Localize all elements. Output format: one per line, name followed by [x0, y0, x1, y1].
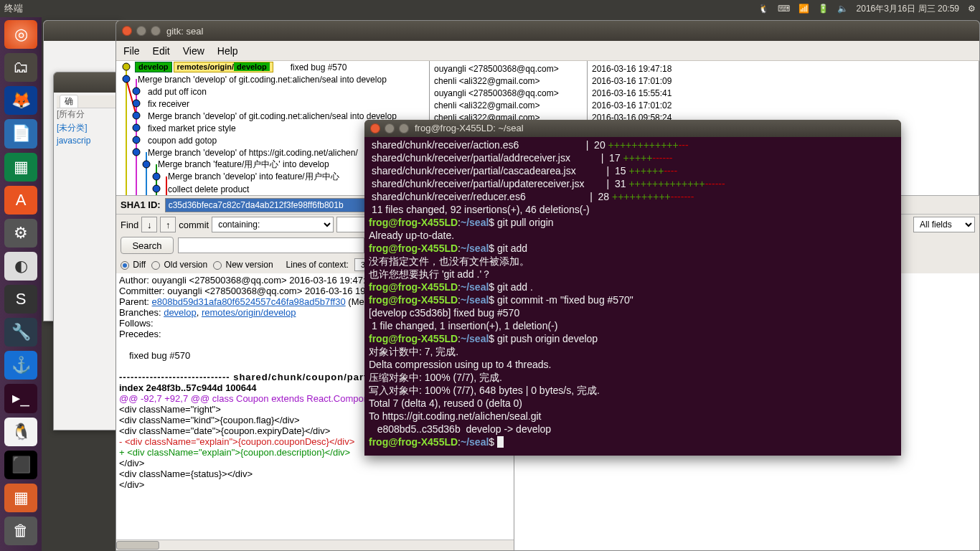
gear-icon[interactable]: ⚙ [968, 4, 976, 14]
sha-input[interactable] [165, 198, 373, 212]
bg-tab[interactable]: 确 [60, 95, 78, 108]
unity-launcher: ◎ 🗂 🦊 📄 ▦ A ⚙ ◐ S 🔧 ⚓ ▸_ 🐧 ⬛ ▦ 🗑 [0, 17, 42, 551]
settings-icon[interactable]: ⚙ [4, 219, 37, 248]
close-icon[interactable] [370, 123, 380, 133]
maximize-icon[interactable] [399, 123, 409, 133]
files-icon[interactable]: 🗂 [4, 53, 37, 82]
tool-icon[interactable]: 🔧 [4, 318, 37, 347]
find-mode-select[interactable]: containing: [212, 217, 334, 232]
commit-row[interactable]: Merge branch 'develop' of git.coding.net… [135, 110, 397, 122]
panel-title: 终端 [4, 2, 23, 15]
menu-help[interactable]: Help [217, 45, 238, 57]
search-button[interactable]: Search [121, 237, 174, 254]
svg-point-7 [123, 75, 130, 83]
software-center-icon[interactable]: A [4, 186, 37, 215]
wifi-icon[interactable]: 📶 [798, 4, 809, 14]
dash-icon[interactable]: ◎ [4, 20, 37, 49]
menu-file[interactable]: File [123, 45, 140, 57]
radio-new[interactable] [213, 261, 222, 270]
commit-row[interactable]: fix receiver [135, 98, 397, 110]
anchor-icon[interactable]: ⚓ [4, 351, 37, 380]
commit-row[interactable]: fixed market price style [135, 122, 397, 134]
commit-row[interactable]: develop remotes/origin/develop fixed bug… [135, 61, 397, 73]
find-next-button[interactable]: ↓ [141, 217, 157, 232]
panel-datetime[interactable]: 2016年3月16日 周三 20:59 [857, 3, 959, 15]
radio-old[interactable] [151, 261, 160, 270]
terminal-icon[interactable]: ▸_ [4, 384, 37, 413]
radio-diff[interactable] [121, 261, 129, 270]
close-icon[interactable] [122, 26, 132, 36]
workspace-icon[interactable]: ▦ [4, 484, 37, 512]
minimize-icon[interactable] [385, 123, 395, 133]
terminal-titlebar[interactable]: frog@frog-X455LD: ~/seal [364, 120, 901, 137]
commit-row[interactable]: collect delete product [135, 183, 397, 195]
top-panel: 终端 🐧 ⌨ 📶 🔋 🔈 2016年3月16日 周三 20:59 ⚙ [0, 0, 980, 17]
find-fields-select[interactable]: All fields [913, 217, 975, 232]
find-prev-button[interactable]: ↑ [160, 217, 176, 232]
terminal-window: frog@frog-X455LD: ~/seal shared/chunk/re… [364, 120, 901, 456]
menu-edit[interactable]: Edit [153, 45, 170, 57]
h-scrollbar[interactable] [116, 540, 514, 550]
gitk-title-text: gitk: seal [166, 26, 203, 37]
volume-icon[interactable]: 🔈 [837, 4, 848, 14]
svg-point-6 [123, 63, 130, 70]
parent-link[interactable]: e808bd59d31afa80f6524557c46fa98ad5b7ff30 [152, 296, 346, 307]
gitk-titlebar[interactable]: gitk: seal [116, 21, 979, 41]
branch-link[interactable]: remotes/origin/develop [202, 307, 296, 318]
commit-row[interactable]: add put off icon [135, 85, 397, 98]
keyboard-icon[interactable]: ⌨ [778, 4, 790, 14]
branch-link[interactable]: develop [164, 307, 197, 318]
qq-indicator-icon[interactable]: 🐧 [758, 4, 769, 14]
commit-row[interactable]: Merge branch 'develop' of git.coding.net… [135, 73, 397, 85]
calc-icon[interactable]: ▦ [4, 153, 37, 182]
maximize-icon[interactable] [151, 26, 161, 36]
menu-view[interactable]: View [183, 45, 204, 57]
sublime-icon[interactable]: S [4, 285, 37, 314]
chromium-icon[interactable]: ◐ [4, 252, 37, 281]
commit-row[interactable]: Merge branch 'develop' of https://git.co… [135, 146, 397, 159]
minimize-icon[interactable] [136, 26, 146, 36]
battery-icon[interactable]: 🔋 [818, 4, 829, 14]
trash-icon[interactable]: 🗑 [4, 517, 37, 545]
commit-row[interactable]: Merge branch 'feature/用户中心' into develop [135, 159, 397, 171]
commit-row[interactable]: coupon add gotop [135, 134, 397, 146]
app-icon[interactable]: ⬛ [4, 451, 37, 479]
branch-tag-develop[interactable]: develop [135, 62, 172, 72]
search-input[interactable] [178, 237, 364, 253]
gitk-menubar: File Edit View Help [116, 41, 979, 61]
bg-window-2: 确 [所有分 [未分类] javascrip [53, 72, 119, 430]
terminal-title-text: frog@frog-X455LD: ~/seal [415, 122, 524, 135]
qq-icon[interactable]: 🐧 [4, 418, 37, 446]
commit-row[interactable]: Merge branch 'develop' into feature/用户中心 [135, 171, 397, 183]
terminal-body[interactable]: shared/chunk/receiver/action.es6 | 20 ++… [364, 137, 901, 450]
firefox-icon[interactable]: 🦊 [4, 86, 37, 115]
writer-icon[interactable]: 📄 [4, 119, 37, 148]
branch-tag-remote[interactable]: remotes/origin/develop [174, 62, 273, 72]
